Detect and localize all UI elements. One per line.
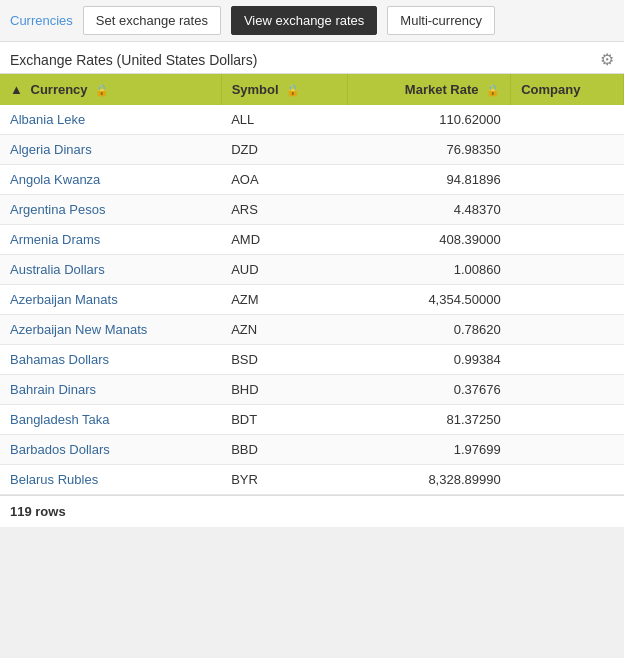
cell-company [511, 435, 624, 465]
table-row[interactable]: Barbados DollarsBBD1.97699 [0, 435, 624, 465]
cell-company [511, 105, 624, 135]
cell-company [511, 315, 624, 345]
table-row[interactable]: Bahamas DollarsBSD0.99384 [0, 345, 624, 375]
cell-market-rate: 94.81896 [347, 165, 511, 195]
cell-currency: Belarus Rubles [0, 465, 221, 495]
cell-symbol: AZN [221, 315, 347, 345]
top-bar: Currencies Set exchange rates View excha… [0, 0, 624, 42]
cell-market-rate: 408.39000 [347, 225, 511, 255]
cell-symbol: AOA [221, 165, 347, 195]
tab-multi-currency[interactable]: Multi-currency [387, 6, 495, 35]
cell-company [511, 405, 624, 435]
cell-currency: Bahrain Dinars [0, 375, 221, 405]
cell-currency: Angola Kwanza [0, 165, 221, 195]
cell-company [511, 375, 624, 405]
col-header-symbol[interactable]: Symbol 🔒 [221, 74, 347, 105]
cell-symbol: AMD [221, 225, 347, 255]
cell-market-rate: 0.99384 [347, 345, 511, 375]
cell-market-rate: 0.37676 [347, 375, 511, 405]
sort-up-icon: ▲ [10, 82, 23, 97]
cell-currency: Barbados Dollars [0, 435, 221, 465]
gear-icon[interactable]: ⚙ [600, 50, 614, 69]
table-row[interactable]: Armenia DramsAMD408.39000 [0, 225, 624, 255]
cell-company [511, 165, 624, 195]
col-header-company[interactable]: Company [511, 74, 624, 105]
cell-company [511, 285, 624, 315]
cell-company [511, 195, 624, 225]
cell-currency: Albania Leke [0, 105, 221, 135]
cell-company [511, 465, 624, 495]
col-currency-label: Currency [31, 82, 88, 97]
row-count-footer: 119 rows [0, 495, 624, 527]
cell-market-rate: 76.98350 [347, 135, 511, 165]
cell-symbol: ALL [221, 105, 347, 135]
col-header-market-rate[interactable]: Market Rate 🔒 [347, 74, 511, 105]
cell-market-rate: 110.62000 [347, 105, 511, 135]
col-symbol-label: Symbol [232, 82, 279, 97]
cell-company [511, 255, 624, 285]
cell-currency: Algeria Dinars [0, 135, 221, 165]
cell-market-rate: 4,354.50000 [347, 285, 511, 315]
lock-icon-market-rate: 🔒 [486, 84, 500, 97]
table-row[interactable]: Bangladesh TakaBDT81.37250 [0, 405, 624, 435]
cell-symbol: BYR [221, 465, 347, 495]
lock-icon-symbol: 🔒 [286, 84, 300, 97]
cell-symbol: BBD [221, 435, 347, 465]
table-header-row: ▲ Currency 🔒 Symbol 🔒 Market Rate 🔒 Comp… [0, 74, 624, 105]
table-row[interactable]: Belarus RublesBYR8,328.89990 [0, 465, 624, 495]
exchange-rates-table: ▲ Currency 🔒 Symbol 🔒 Market Rate 🔒 Comp… [0, 74, 624, 495]
cell-currency: Bahamas Dollars [0, 345, 221, 375]
page-header: Exchange Rates (United States Dollars) ⚙ [0, 42, 624, 74]
cell-company [511, 225, 624, 255]
cell-market-rate: 1.97699 [347, 435, 511, 465]
col-company-label: Company [521, 82, 580, 97]
table-row[interactable]: Azerbaijan New ManatsAZN0.78620 [0, 315, 624, 345]
table-row[interactable]: Bahrain DinarsBHD0.37676 [0, 375, 624, 405]
cell-currency: Azerbaijan New Manats [0, 315, 221, 345]
table-row[interactable]: Azerbaijan ManatsAZM4,354.50000 [0, 285, 624, 315]
breadcrumb-link[interactable]: Currencies [10, 13, 73, 28]
tab-set-exchange[interactable]: Set exchange rates [83, 6, 221, 35]
row-count-label: 119 rows [10, 504, 66, 519]
cell-symbol: ARS [221, 195, 347, 225]
cell-company [511, 135, 624, 165]
cell-symbol: BSD [221, 345, 347, 375]
cell-company [511, 345, 624, 375]
cell-market-rate: 81.37250 [347, 405, 511, 435]
col-header-currency[interactable]: ▲ Currency 🔒 [0, 74, 221, 105]
table-row[interactable]: Albania LekeALL110.62000 [0, 105, 624, 135]
cell-currency: Australia Dollars [0, 255, 221, 285]
cell-market-rate: 0.78620 [347, 315, 511, 345]
cell-currency: Azerbaijan Manats [0, 285, 221, 315]
tab-view-exchange[interactable]: View exchange rates [231, 6, 377, 35]
table-row[interactable]: Angola KwanzaAOA94.81896 [0, 165, 624, 195]
table-row[interactable]: Australia DollarsAUD1.00860 [0, 255, 624, 285]
table-row[interactable]: Argentina PesosARS4.48370 [0, 195, 624, 225]
cell-market-rate: 4.48370 [347, 195, 511, 225]
col-market-rate-label: Market Rate [405, 82, 479, 97]
page-title: Exchange Rates (United States Dollars) [10, 52, 257, 68]
table-row[interactable]: Algeria DinarsDZD76.98350 [0, 135, 624, 165]
cell-market-rate: 8,328.89990 [347, 465, 511, 495]
cell-currency: Argentina Pesos [0, 195, 221, 225]
cell-symbol: BHD [221, 375, 347, 405]
cell-market-rate: 1.00860 [347, 255, 511, 285]
cell-symbol: BDT [221, 405, 347, 435]
cell-symbol: DZD [221, 135, 347, 165]
cell-symbol: AZM [221, 285, 347, 315]
cell-currency: Bangladesh Taka [0, 405, 221, 435]
cell-symbol: AUD [221, 255, 347, 285]
cell-currency: Armenia Drams [0, 225, 221, 255]
lock-icon-currency: 🔒 [95, 84, 109, 97]
